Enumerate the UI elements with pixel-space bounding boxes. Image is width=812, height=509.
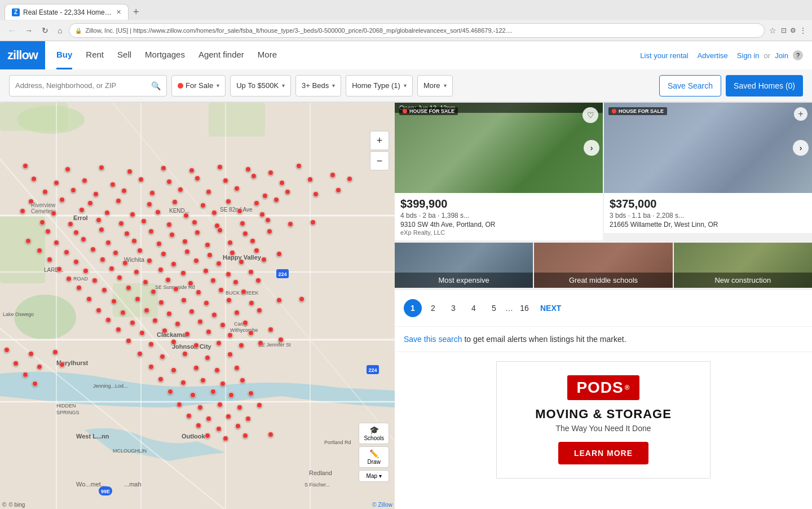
beds-1: 4 — [400, 212, 404, 220]
map-background: 224 224 99E 213 Riverview Cemetery Errol… — [0, 103, 395, 509]
category-new-construction[interactable]: New construction — [674, 243, 812, 288]
page-16-button[interactable]: 16 — [515, 299, 533, 317]
svg-text:SPRINGS: SPRINGS — [56, 410, 80, 415]
baths-2: 1.1 — [632, 212, 641, 220]
active-tab[interactable]: Z Real Estate - 22,334 Homes F... ✕ — [5, 4, 129, 20]
nav-link-rent[interactable]: Rent — [86, 41, 104, 69]
url-bar[interactable]: 🔒 Zillow, Inc. [US] | https://www.zillow… — [69, 23, 765, 38]
nav-link-buy[interactable]: Buy — [56, 41, 72, 69]
main-content: 224 224 99E 213 Riverview Cemetery Errol… — [0, 103, 812, 509]
page-5-button[interactable]: 5 — [485, 299, 503, 317]
save-prompt-text: to get email alerts when listings hit th… — [464, 335, 626, 344]
ad-banner: PODS® MOVING & STORAGE The Way You Need … — [496, 361, 710, 479]
listing-cards: Open: Jun 12, 12pm HOUSE FOR SALE ♡ › $3… — [395, 103, 812, 240]
svg-text:ROAD: ROAD — [73, 276, 89, 282]
search-input[interactable] — [15, 81, 148, 90]
category-most-expensive[interactable]: Most expensive — [395, 243, 533, 288]
help-icon[interactable]: ? — [793, 50, 803, 60]
home-button[interactable]: ⌂ — [55, 25, 64, 36]
save-search-link[interactable]: Save this search — [404, 335, 462, 344]
search-icon[interactable]: 🔍 — [151, 81, 161, 90]
back-button[interactable]: ← — [6, 25, 18, 36]
map-container: 224 224 99E 213 Riverview Cemetery Errol… — [0, 103, 395, 509]
svg-text:...mah: ...mah — [124, 481, 142, 488]
zillow-logo[interactable]: zillow — [0, 41, 45, 69]
page-2-button[interactable]: 2 — [424, 299, 442, 317]
svg-text:99E: 99E — [101, 489, 110, 494]
page-3-button[interactable]: 3 — [444, 299, 462, 317]
for-sale-filter[interactable]: For Sale ▾ — [171, 75, 226, 96]
sign-in-link[interactable]: Sign in — [737, 51, 760, 60]
svg-text:Errol: Errol — [73, 214, 88, 221]
listing-card-2[interactable]: HOUSE FOR SALE + › $375,000 3 bds · 1.1 … — [604, 103, 812, 240]
app-header: zillow Buy Rent Sell Mortgages Agent fin… — [0, 41, 812, 103]
listing-price-1: $399,900 — [400, 198, 597, 210]
list-rental-link[interactable]: List your rental — [640, 51, 688, 60]
price-filter[interactable]: Up To $500K ▾ — [230, 75, 291, 96]
page-1-button[interactable]: 1 — [404, 299, 422, 317]
listing-agent-1: eXp Realty, LLC — [400, 229, 597, 236]
cast-button[interactable]: ⊡ — [781, 27, 787, 34]
svg-text:224: 224 — [278, 271, 286, 277]
more-filter[interactable]: More ▾ — [417, 75, 453, 96]
refresh-button[interactable]: ↻ — [39, 25, 51, 36]
listing-address-1: 9310 SW 4th Ave, Portland, OR — [400, 221, 597, 229]
svg-text:Wichita: Wichita — [124, 256, 145, 263]
nav-link-mortgages[interactable]: Mortgages — [145, 41, 185, 69]
category-middle-schools[interactable]: Great middle schools — [534, 243, 672, 288]
nav-link-more[interactable]: More — [258, 41, 277, 69]
svg-text:Outlook: Outlook — [182, 433, 205, 440]
browser-actions: ⊡ ⚙ ⋮ — [781, 27, 806, 34]
menu-button[interactable]: ⋮ — [800, 27, 806, 34]
pods-logo-box: PODS® — [567, 375, 639, 400]
for-sale-label: For Sale — [186, 81, 213, 90]
nav-link-agent-finder[interactable]: Agent finder — [198, 41, 244, 69]
draw-icon: ✏️ — [369, 449, 379, 458]
zoom-out-button[interactable]: − — [370, 151, 389, 170]
nav-links: Buy Rent Sell Mortgages Agent finder Mor… — [56, 41, 640, 69]
extensions-button[interactable]: ⚙ — [790, 27, 796, 34]
zillow-logo-text: zillow — [7, 48, 38, 63]
schools-label: Schools — [364, 435, 384, 441]
map-type-button[interactable]: Map ▾ — [359, 470, 389, 482]
beds-2: 3 — [610, 212, 614, 220]
category-img-schools: Great middle schools — [534, 243, 672, 288]
schools-button[interactable]: 🎓 Schools — [359, 423, 389, 444]
forward-button[interactable]: → — [23, 25, 35, 36]
page-ellipsis: … — [505, 304, 513, 313]
saved-homes-button[interactable]: Saved Homes (0) — [726, 75, 803, 96]
svg-point-5 — [14, 295, 76, 340]
page-4-button[interactable]: 4 — [465, 299, 483, 317]
svg-text:Portland Rd: Portland Rd — [324, 440, 351, 445]
save-listing-1-button[interactable]: ♡ — [582, 107, 598, 123]
next-photo-1-button[interactable]: › — [584, 140, 599, 156]
listing-card-1[interactable]: Open: Jun 12, 12pm HOUSE FOR SALE ♡ › $3… — [395, 103, 603, 240]
map-type-label: Map ▾ — [367, 473, 382, 479]
svg-text:HIDDEN: HIDDEN — [56, 403, 76, 409]
beds-filter[interactable]: 3+ Beds ▾ — [295, 75, 341, 96]
zoom-in-button[interactable]: + — [370, 131, 389, 150]
save-listing-2-button[interactable]: + — [794, 107, 807, 121]
draw-button[interactable]: ✏️ Draw — [359, 446, 389, 468]
save-search-button[interactable]: Save Search — [659, 75, 721, 96]
svg-text:Cemetery: Cemetery — [31, 208, 55, 214]
status-dot-2 — [612, 109, 616, 113]
nav-link-sell[interactable]: Sell — [117, 41, 131, 69]
join-link[interactable]: Join — [775, 51, 788, 60]
pods-cta-button[interactable]: LEARN MORE — [558, 442, 648, 464]
svg-rect-2 — [0, 103, 68, 131]
for-sale-chevron: ▾ — [217, 82, 219, 89]
map-bottom-controls: 🎓 Schools ✏️ Draw Map ▾ — [359, 423, 389, 482]
home-type-filter[interactable]: Home Type (1) ▾ — [346, 75, 413, 96]
browser-chrome: Z Real Estate - 22,334 Homes F... ✕ + ← … — [0, 0, 812, 41]
new-tab-button[interactable]: + — [129, 6, 144, 18]
advertise-link[interactable]: Advertise — [698, 51, 728, 60]
next-photo-2-button[interactable]: › — [793, 140, 809, 156]
tab-close-button[interactable]: ✕ — [116, 8, 121, 16]
page-next-button[interactable]: NEXT — [536, 304, 566, 313]
bookmark-button[interactable]: ☆ — [769, 26, 776, 35]
or-separator: or — [764, 51, 771, 60]
category-img-construction: New construction — [674, 243, 812, 288]
map-attribution: © © bing — [2, 502, 25, 508]
url-text: Zillow, Inc. [US] | https://www.zillow.c… — [85, 27, 758, 34]
